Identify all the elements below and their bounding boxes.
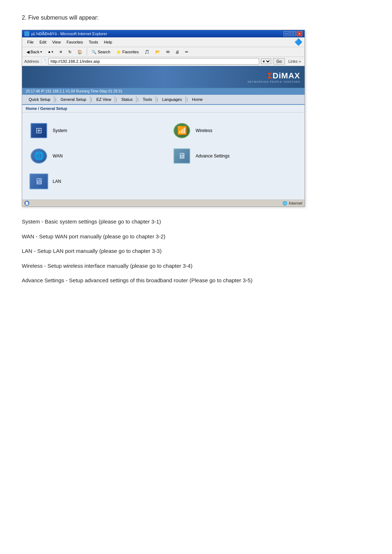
history-icon: 📂 (155, 50, 160, 54)
print-button[interactable]: 🖨 (173, 49, 181, 55)
media-icon: 🎵 (144, 50, 150, 54)
back-chevron: ▾ (40, 50, 42, 54)
media-button[interactable]: 🎵 (142, 49, 152, 56)
refresh-button[interactable]: ↻ (66, 49, 74, 56)
address-label: Address (24, 59, 39, 63)
toolbar-separator (87, 48, 87, 56)
desc-wireless: Wireless - Setup wireless interface manu… (22, 262, 370, 270)
wireless-label: Wireless (196, 128, 212, 133)
go-button[interactable]: Go (273, 58, 285, 65)
desc-wan: WAN - Setup WAN port manually (please go… (22, 233, 370, 241)
links-button[interactable]: Links » (287, 58, 302, 64)
forward-icon: ● (48, 50, 50, 54)
menu-card-lan[interactable]: 🖥 LAN (26, 171, 158, 192)
menu-card-wireless[interactable]: 📶 Wireless (169, 120, 301, 141)
maximize-button[interactable]: □ (290, 31, 296, 36)
close-button[interactable]: ✕ (297, 31, 302, 36)
router-nav: Quick Setup | General Setup | EZ View | … (22, 95, 305, 105)
nav-quick-setup[interactable]: Quick Setup (25, 96, 54, 103)
dimax-text: DiMAX (273, 71, 300, 80)
stop-button[interactable]: ✕ (57, 49, 65, 56)
forward-chevron: ▾ (52, 50, 53, 54)
desc-system: System - Basic system settings (please g… (22, 218, 370, 226)
internet-icon: 🌐 (282, 201, 287, 206)
menu-view[interactable]: View (49, 39, 64, 45)
status-internet: 🌐 Internet (282, 201, 302, 206)
nav-ez-view[interactable]: EZ View (93, 96, 115, 103)
address-page-icon: 📄 (41, 59, 46, 64)
home-button[interactable]: 🏠 (75, 49, 85, 56)
nav-general-setup[interactable]: General Setup (57, 96, 90, 103)
nav-tools[interactable]: Tools (139, 96, 156, 103)
stop-icon: ✕ (59, 50, 62, 54)
system-icon (30, 123, 47, 138)
menu-file[interactable]: File (24, 39, 37, 45)
search-button[interactable]: 🔍 Search (89, 49, 113, 56)
descriptions-block: System - Basic system settings (please g… (22, 218, 370, 285)
home-icon: 🏠 (77, 50, 82, 54)
favorites-toolbar-button[interactable]: ⭐ Favorites (114, 49, 141, 56)
page-status-icon: 📄 (24, 201, 29, 206)
wan-label: WAN (53, 153, 63, 159)
address-bar: Address 📄 ▾ Go Links » (22, 57, 305, 66)
edit-icon: ✏ (185, 50, 188, 54)
edit-button[interactable]: ✏ (183, 49, 191, 56)
search-label: Search (98, 50, 110, 54)
search-icon: 🔍 (91, 50, 97, 54)
wireless-icon: 📶 (173, 123, 190, 138)
router-header: ΣDiMAX NETWORKING PEOPLE TOGETHER (22, 66, 305, 88)
refresh-icon: ↻ (68, 50, 72, 54)
browser-toolbar: ◀ Back ▾ ● ▾ ✕ ↻ 🏠 🔍 Search ⭐ Favorites … (22, 47, 305, 57)
menu-favorites[interactable]: Favorites (64, 39, 86, 45)
router-main: System 📶 Wireless 🌐 WAN 🖥 (22, 112, 305, 200)
nav-home[interactable]: Home (188, 96, 206, 103)
edimax-logo: ΣDiMAX (248, 71, 300, 81)
status-left: 📄 (24, 201, 29, 206)
menu-card-advance[interactable]: 🖥 Advance Settings (169, 145, 301, 167)
back-button[interactable]: ◀ Back ▾ (24, 49, 44, 56)
advance-label: Advance Settings (196, 153, 229, 159)
star-icon: ⭐ (116, 50, 121, 54)
lan-label: LAN (53, 179, 61, 184)
minimize-button[interactable]: — (283, 31, 289, 36)
menu-edit[interactable]: Edit (37, 39, 49, 45)
back-label: Back (30, 50, 39, 54)
desc-lan: LAN - Setup LAN port manually (please go… (22, 247, 370, 255)
menu-card-wan[interactable]: 🌐 WAN (26, 145, 158, 167)
browser-statusbar: 📄 🌐 Internet (22, 200, 305, 206)
intro-text: 2. Five submenus will appear: (22, 15, 370, 21)
browser-window: 🌐 µL¾ÐÃÐ¤åYó - Microsoft Internet Explor… (22, 30, 305, 207)
menu-card-system[interactable]: System (26, 120, 158, 141)
address-dropdown[interactable]: ▾ (261, 58, 271, 64)
mail-icon: ✉ (166, 50, 170, 54)
edimax-tagline: NETWORKING PEOPLE TOGETHER (248, 81, 300, 83)
browser-menubar: File Edit View Favorites Tools Help 🔷 (22, 37, 305, 47)
lan-icon-wrapper: 🖥 (29, 173, 48, 190)
breadcrumb: Home / General Setup (22, 105, 305, 112)
menu-tools[interactable]: Tools (86, 39, 101, 45)
menu-help[interactable]: Help (101, 39, 115, 45)
ie-logo: 🔷 (294, 38, 302, 46)
wan-icon: 🌐 (30, 148, 47, 164)
desc-advance: Advance Settings - Setup advanced settin… (22, 276, 370, 285)
forward-button[interactable]: ● ▾ (46, 49, 56, 55)
browser-titlebar: 🌐 µL¾ÐÃÐ¤åYó - Microsoft Internet Explor… (22, 30, 305, 37)
favorites-label: Favorites (122, 50, 139, 54)
wireless-icon-wrapper: 📶 (172, 122, 191, 139)
window-controls[interactable]: — □ ✕ (283, 31, 302, 36)
browser-title: µL¾ÐÃÐ¤åYó - Microsoft Internet Explorer (31, 32, 107, 36)
sigma-letter: Σ (268, 71, 273, 80)
history-button[interactable]: 📂 (153, 49, 163, 56)
system-icon-wrapper (29, 122, 48, 139)
address-input[interactable] (48, 58, 259, 65)
titlebar-left: 🌐 µL¾ÐÃÐ¤åYó - Microsoft Internet Explor… (24, 31, 107, 36)
mail-button[interactable]: ✉ (164, 49, 172, 56)
system-label: System (53, 128, 67, 133)
router-content: ΣDiMAX NETWORKING PEOPLE TOGETHER 20:17:… (22, 66, 305, 200)
wan-icon-wrapper: 🌐 (29, 147, 48, 165)
nav-languages[interactable]: Languages (159, 96, 186, 103)
nav-status[interactable]: Status (118, 96, 136, 103)
browser-icon: 🌐 (24, 31, 29, 36)
back-icon: ◀ (26, 50, 29, 54)
print-icon: 🖨 (175, 50, 179, 54)
